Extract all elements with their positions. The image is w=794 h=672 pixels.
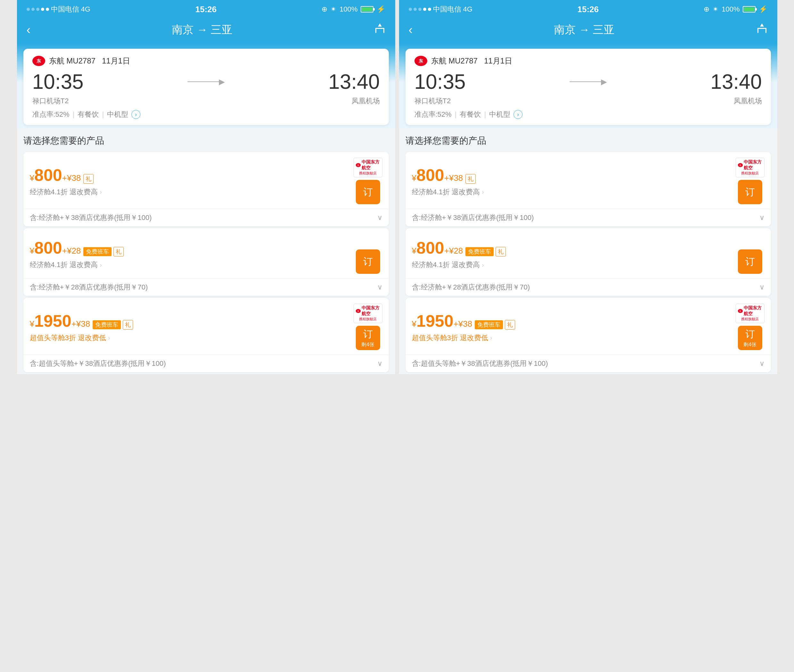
airline-badge: 东 中国东方航空 携程旗舰店 (353, 158, 382, 177)
flight-arrow: ▶ (187, 77, 225, 86)
back-button[interactable]: ‹ (409, 23, 413, 37)
chevron-right-icon: › (108, 334, 110, 341)
product-footer[interactable]: 含:超值头等舱+￥38酒店优惠券(抵用￥100) ∨ (406, 355, 771, 372)
status-right: ⊕ ✴ 100% ⚡ (704, 5, 767, 13)
price-main: 800 (34, 165, 62, 185)
order-button[interactable]: 订 (356, 180, 380, 204)
airline-logo: 东 (32, 56, 45, 66)
signal-dot-5 (46, 8, 49, 11)
gift-tag: 礼 (113, 247, 124, 256)
svg-rect-12 (765, 28, 767, 33)
flight-times: 10:35 ▶ 13:40 (32, 70, 380, 94)
order-button[interactable]: 订剩4张 (356, 326, 380, 350)
flight-card: 东 东航 MU2787 11月1日 10:35 ▶ 13:40 禄口机场T2 凤… (406, 49, 771, 125)
arrival-time: 13:40 (328, 70, 380, 94)
meal-info: 有餐饮 (78, 110, 99, 119)
svg-text:东: 东 (357, 310, 359, 312)
nav-title: 南京 → 三亚 (172, 22, 232, 37)
product-info: ¥ 800 +¥28 免费班车礼 经济舱4.1折 退改费高 › (30, 238, 348, 270)
status-left: 中国电信 4G (409, 5, 473, 14)
order-label: 订 (363, 328, 373, 341)
network-type: 4G (463, 5, 473, 13)
flight-airports: 禄口机场T2 凤凰机场 (32, 96, 380, 106)
gift-tag: 礼 (505, 320, 515, 330)
product-actions: 东 中国东方航空 携程旗舰店 订 (353, 158, 382, 204)
currency-symbol: ¥ (30, 173, 34, 183)
currency-symbol: ¥ (412, 319, 416, 329)
meal-info: 有餐饮 (460, 110, 481, 119)
order-button[interactable]: 订 (738, 250, 762, 274)
chevron-right-icon: › (100, 261, 102, 269)
location-icon: ⊕ (321, 5, 327, 13)
product-footer[interactable]: 含:经济舱+￥38酒店优惠券(抵用￥100) ∨ (406, 209, 771, 226)
section-title: 请选择您需要的产品 (399, 128, 777, 150)
arrival-time: 13:40 (710, 70, 762, 94)
order-button[interactable]: 订剩4张 (738, 326, 762, 350)
departure-time: 10:35 (32, 70, 84, 94)
nav-title: 南京 → 三亚 (554, 22, 615, 37)
order-label: 订 (363, 186, 373, 199)
footer-text: 含:经济舱+￥28酒店优惠券(抵用￥70) (412, 282, 530, 292)
product-footer[interactable]: 含:超值头等舱+￥38酒店优惠券(抵用￥100) ∨ (23, 355, 389, 372)
battery-percent: 100% (339, 5, 358, 13)
airline-badge: 东 中国东方航空 携程旗舰店 (736, 304, 765, 323)
product-card: ¥ 800 +¥38 礼 经济舱4.1折 退改费高 › 东 中国东方航空 (23, 152, 389, 226)
price-main: 1950 (34, 311, 72, 331)
product-footer[interactable]: 含:经济舱+￥28酒店优惠券(抵用￥70) ∨ (23, 278, 389, 296)
svg-marker-13 (760, 23, 764, 27)
battery-icon (743, 6, 756, 13)
status-bar: 中国电信 4G 15:26 ⊕ ✴ 100% ⚡ (17, 0, 395, 18)
product-info: ¥ 800 +¥28 免费班车礼 经济舱4.1折 退改费高 › (412, 238, 730, 270)
chevron-down-icon: ∨ (377, 283, 382, 291)
arrive-airport: 凤凰机场 (734, 96, 762, 106)
svg-rect-0 (375, 28, 384, 29)
order-label: 订 (745, 328, 755, 341)
free-bus-tag: 免费班车 (475, 320, 503, 329)
nav-header: ‹ 南京 → 三亚 (399, 18, 777, 43)
order-button[interactable]: 订 (738, 180, 762, 204)
airline-badge: 东 中国东方航空 携程旗舰店 (353, 304, 382, 323)
status-time: 15:26 (195, 5, 217, 14)
signal-dot-3 (418, 8, 422, 11)
svg-rect-11 (757, 28, 759, 33)
signal-dot-3 (36, 8, 40, 11)
chevron-right-icon: › (100, 188, 102, 195)
nav-header: ‹ 南京 → 三亚 (17, 18, 395, 43)
svg-rect-1 (375, 28, 376, 33)
flight-info: 东航 MU2787 11月1日 (431, 56, 512, 66)
share-button[interactable] (756, 23, 768, 37)
gift-tag: 礼 (123, 320, 133, 330)
status-left: 中国电信 4G (27, 5, 90, 14)
info-circle-button[interactable]: › (513, 110, 522, 119)
order-button[interactable]: 订 (356, 250, 380, 274)
product-description: 经济舱4.1折 退改费高 (30, 260, 98, 270)
order-label: 订 (363, 255, 373, 268)
depart-airport: 禄口机场T2 (414, 96, 451, 106)
status-bar: 中国电信 4G 15:26 ⊕ ✴ 100% ⚡ (399, 0, 777, 18)
share-button[interactable] (374, 23, 386, 37)
back-button[interactable]: ‹ (27, 23, 31, 37)
product-card: ¥ 1950 +¥38 免费班车礼 超值头等舱3折 退改费低 › 东 中国东方航 (23, 298, 389, 372)
chevron-right-icon: › (482, 261, 484, 269)
info-circle-button[interactable]: › (131, 110, 141, 119)
svg-rect-2 (383, 28, 384, 33)
footer-text: 含:经济舱+￥38酒店优惠券(抵用￥100) (412, 213, 534, 222)
battery-icon (361, 6, 374, 13)
location-icon: ⊕ (704, 5, 709, 13)
signal-dots (409, 8, 431, 11)
order-label: 订 (745, 186, 755, 199)
product-footer[interactable]: 含:经济舱+￥28酒店优惠券(抵用￥70) ∨ (406, 278, 771, 296)
product-info: ¥ 1950 +¥38 免费班车礼 超值头等舱3折 退改费低 › (30, 311, 348, 343)
product-footer[interactable]: 含:经济舱+￥38酒店优惠券(抵用￥100) ∨ (23, 209, 389, 226)
price-plus: +¥28 (444, 246, 463, 256)
price-plus: +¥38 (444, 173, 463, 183)
plane-type: 中机型 (107, 110, 128, 119)
svg-text:东: 东 (357, 164, 359, 166)
status-right: ⊕ ✴ 100% ⚡ (321, 5, 385, 13)
gift-tag: 礼 (465, 174, 476, 184)
product-card: ¥ 800 +¥28 免费班车礼 经济舱4.1折 退改费高 › 订 含:经济舱+… (23, 228, 389, 296)
footer-text: 含:超值头等舱+￥38酒店优惠券(抵用￥100) (412, 359, 548, 368)
carrier-name: 中国电信 (433, 5, 461, 14)
flight-times: 10:35 ▶ 13:40 (414, 70, 762, 94)
svg-text:东: 东 (739, 164, 741, 166)
